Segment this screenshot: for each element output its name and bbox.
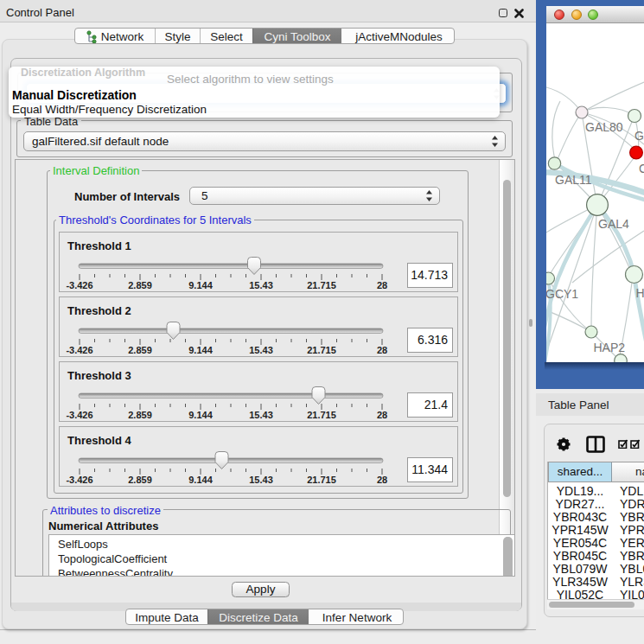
svg-text:HS: HS: [636, 286, 644, 300]
svg-text:28: 28: [377, 410, 387, 420]
svg-text:GAL4: GAL4: [598, 217, 629, 231]
svg-text:9.144: 9.144: [188, 410, 213, 420]
svg-text:GAL11: GAL11: [555, 173, 592, 187]
svg-text:15.43: 15.43: [249, 475, 273, 485]
svg-text:28: 28: [377, 345, 387, 355]
svg-text:15.43: 15.43: [249, 345, 273, 355]
svg-text:15.43: 15.43: [249, 280, 273, 290]
svg-text:9.144: 9.144: [188, 475, 213, 485]
svg-text:-3.426: -3.426: [66, 410, 92, 420]
svg-text:GCY1: GCY1: [546, 287, 578, 301]
svg-text:2.859: 2.859: [128, 280, 152, 290]
svg-text:-3.426: -3.426: [66, 345, 92, 355]
svg-text:21.715: 21.715: [307, 410, 336, 420]
svg-text:9.144: 9.144: [188, 345, 213, 355]
svg-text:2.859: 2.859: [128, 475, 152, 485]
svg-text:28: 28: [377, 475, 387, 485]
svg-text:21.715: 21.715: [307, 280, 336, 290]
svg-text:2.859: 2.859: [128, 410, 152, 420]
svg-text:9.144: 9.144: [188, 280, 213, 290]
svg-text:CY: CY: [639, 162, 644, 175]
svg-text:28: 28: [377, 280, 387, 290]
svg-text:15.43: 15.43: [249, 410, 273, 420]
svg-text:21.715: 21.715: [307, 345, 336, 355]
svg-text:-3.426: -3.426: [66, 280, 92, 290]
svg-text:2.859: 2.859: [128, 345, 152, 355]
svg-text:HAP2: HAP2: [594, 341, 626, 354]
svg-text:GA: GA: [634, 129, 644, 143]
svg-text:GAL80: GAL80: [585, 120, 623, 134]
svg-text:21.715: 21.715: [307, 475, 336, 485]
svg-text:-3.426: -3.426: [66, 475, 92, 485]
